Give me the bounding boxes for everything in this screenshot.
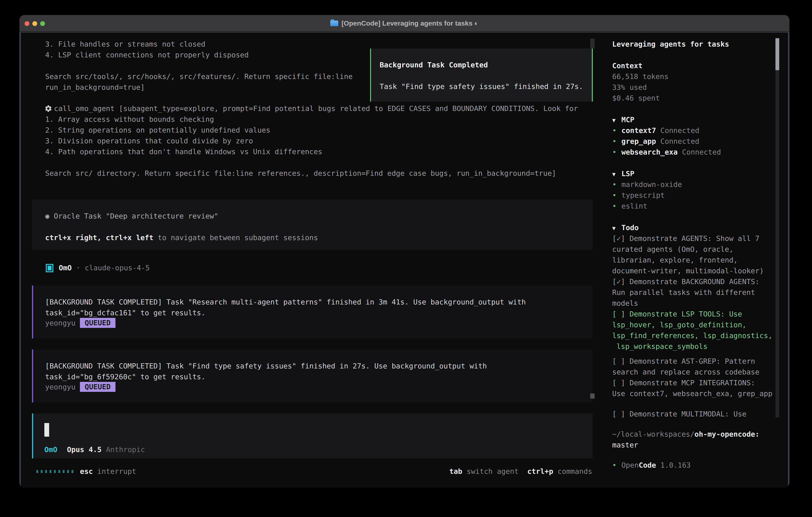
- status-dot-icon: •: [612, 201, 621, 212]
- title-bar[interactable]: [OpenCode] Leveraging agents for tasks ◐: [19, 15, 789, 32]
- task-line1: [BACKGROUND TASK COMPLETED] Task "Resear…: [45, 297, 526, 307]
- repo-name: oh-my-opencode:: [695, 430, 759, 438]
- status-dot-icon: •: [612, 147, 621, 158]
- todo-active-item: [ ] Demonstrate LSP TOOLS: Use lsp_hover…: [612, 309, 773, 352]
- tool-call-name: call_omo_agent [subagent_type=explore, p…: [54, 103, 578, 114]
- status-badge: QUEUED: [80, 382, 115, 392]
- agent-name: OmO: [59, 264, 72, 272]
- lsp-item: •typescript: [612, 190, 665, 201]
- status-dot-icon: •: [612, 125, 621, 136]
- chevron-down-icon: ▼: [612, 115, 621, 126]
- sidebar-scrollbar[interactable]: [776, 38, 779, 417]
- text-cursor: [45, 423, 49, 437]
- status-dot-icon: •: [612, 190, 621, 201]
- scrollback-text: 3. File handles or streams not closed 4.…: [45, 39, 353, 93]
- mcp-status: Connected: [656, 126, 699, 135]
- oracle-hint-keys: ctrl+x right, ctrl+x left: [45, 234, 153, 242]
- mcp-status: Connected: [656, 137, 699, 145]
- toast-body: Task "Find type safety issues" finished …: [380, 81, 583, 92]
- gear-icon: [45, 105, 52, 113]
- lsp-section-header[interactable]: ▼LSP: [612, 168, 634, 179]
- agent-header: OmO · claude-opus-4-5: [59, 263, 150, 273]
- todo-pending-items: [ ] Demonstrate AST-GREP: Pattern search…: [612, 356, 773, 399]
- background-task-message[interactable]: [BACKGROUND TASK COMPLETED] Task "Resear…: [32, 285, 592, 338]
- status-dot-icon: •: [612, 136, 621, 147]
- workspace-path: ~/local-workspaces/oh-my-opencode:: [612, 429, 759, 440]
- input-model: Opus 4.5: [67, 445, 102, 454]
- mcp-name: context7: [621, 126, 656, 135]
- agent-separator: ·: [72, 264, 85, 272]
- path-prefix: ~/local-workspaces/: [612, 430, 695, 438]
- mcp-name: websearch_exa: [621, 148, 678, 156]
- oracle-hint: ctrl+x right, ctrl+x left to navigate be…: [45, 232, 318, 243]
- todo-section-header[interactable]: ▼Todo: [612, 222, 639, 233]
- esc-key-hint: esc: [80, 467, 93, 475]
- lsp-name: markdown-oxide: [621, 180, 682, 189]
- oracle-task-title: ◉ Oracle Task "Deep architecture review": [45, 211, 219, 221]
- mcp-status: Connected: [678, 148, 721, 156]
- agent-icon: [46, 264, 53, 272]
- background-task-message[interactable]: [BACKGROUND TASK COMPLETED] Task "Find t…: [32, 350, 592, 403]
- mcp-item: •websearch_exa Connected: [612, 147, 721, 158]
- status-dot-icon: •: [612, 460, 621, 471]
- background-task-toast[interactable]: Background Task Completed Task "Find typ…: [370, 49, 593, 102]
- lsp-item: •markdown-oxide: [612, 179, 682, 190]
- app-version: 1.0.163: [656, 461, 691, 469]
- input-provider: Anthropic: [106, 445, 145, 454]
- input-model-row: OmOOpus 4.5Anthropic: [45, 444, 145, 455]
- task-meta: yeongyu QUEUED: [45, 381, 115, 392]
- terminal-window: [OpenCode] Leveraging agents for tasks ◐…: [19, 15, 789, 488]
- window-title-wrap: [OpenCode] Leveraging agents for tasks ◐: [19, 15, 789, 31]
- mcp-item: •context7 Connected: [612, 125, 699, 136]
- git-branch: master: [612, 440, 638, 451]
- context-stats: 66,518 tokens 33% used $0.46 spent: [612, 71, 669, 104]
- chevron-down-icon: ▼: [612, 223, 621, 234]
- terminal-content: 3. File handles or streams not closed 4.…: [21, 33, 788, 488]
- main-scrollbar-thumb[interactable]: [590, 393, 594, 399]
- agent-model: claude-opus-4-5: [85, 264, 150, 272]
- task-line2: task_id="bg_6f59260c" to get results.: [45, 372, 205, 382]
- prompt-input[interactable]: OmOOpus 4.5Anthropic: [32, 413, 592, 458]
- chevron-down-icon: ▼: [612, 169, 621, 180]
- main-scrollbar-thumb-top[interactable]: [590, 38, 594, 49]
- app-name-bold: Code: [639, 461, 656, 469]
- toast-title: Background Task Completed: [380, 60, 488, 71]
- statusbar-left: esc interrupt: [80, 466, 136, 477]
- task-line2: task_id="bg_dcfac161" to get results.: [45, 307, 205, 318]
- task-meta: yeongyu QUEUED: [45, 318, 115, 328]
- esc-label: interrupt: [93, 467, 136, 475]
- app-name-prefix: Open: [621, 461, 639, 469]
- task-line1: [BACKGROUND TASK COMPLETED] Task "Find t…: [45, 361, 487, 372]
- lsp-name: typescript: [621, 191, 665, 199]
- window-title: [OpenCode] Leveraging agents for tasks ◐: [342, 19, 478, 27]
- todo-pending-item: [ ] Demonstrate MULTIMODAL: Use: [612, 409, 747, 419]
- ctrlp-key-hint: ctrl+p: [519, 467, 553, 475]
- tab-label: switch agent: [462, 467, 519, 475]
- todo-done-items: [✓] Demonstrate AGENTS: Show all 7 curat…: [612, 233, 764, 309]
- status-badge: QUEUED: [80, 318, 115, 328]
- folder-icon: [330, 21, 338, 26]
- ctrlp-label: commands: [553, 467, 592, 475]
- sidebar-scrollbar-thumb[interactable]: [776, 38, 779, 70]
- mcp-name: grep_app: [621, 137, 656, 145]
- lsp-label: LSP: [621, 169, 634, 178]
- statusbar-right: tab switch agent ctrl+p commands: [450, 466, 592, 477]
- mcp-label: MCP: [621, 115, 634, 124]
- session-title: Leveraging agents for tasks: [612, 39, 729, 50]
- oracle-hint-rest: to navigate between subagent sessions: [153, 234, 318, 242]
- context-header: Context: [612, 60, 643, 71]
- mcp-section-header[interactable]: ▼MCP: [612, 114, 634, 125]
- tab-key-hint: tab: [450, 467, 462, 475]
- lsp-item: •eslint: [612, 201, 647, 212]
- oracle-task-panel[interactable]: ◉ Oracle Task "Deep architecture review"…: [32, 199, 592, 250]
- lsp-name: eslint: [621, 202, 647, 210]
- input-agent: OmO: [45, 445, 57, 454]
- spinner-dots-icon: [36, 470, 73, 473]
- todo-label: Todo: [621, 223, 639, 232]
- task-user: yeongyu: [45, 319, 76, 327]
- version-row: •OpenCode 1.0.163: [612, 460, 691, 471]
- status-dot-icon: •: [612, 179, 621, 190]
- task-user: yeongyu: [45, 383, 76, 391]
- tool-call-body: 1. Array access without bounds checking …: [45, 114, 556, 179]
- mcp-item: •grep_app Connected: [612, 136, 699, 147]
